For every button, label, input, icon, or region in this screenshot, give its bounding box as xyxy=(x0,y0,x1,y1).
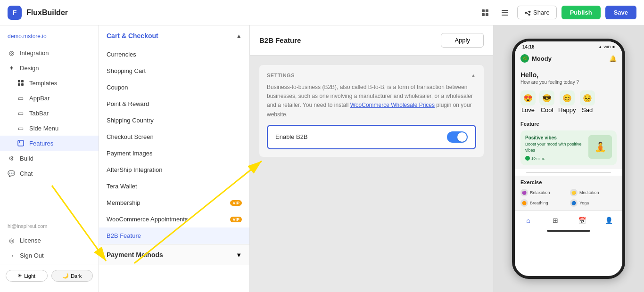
middle-panel: Cart & Checkout ▲ Currencies Shopping Ca… xyxy=(99,25,250,292)
sidebar-item-label: Build xyxy=(20,155,33,162)
menu-item-label: Shipping Country xyxy=(107,117,154,124)
content-header: B2B Feature Apply xyxy=(250,25,493,56)
sidebar-item-features[interactable]: Features xyxy=(0,136,99,151)
svg-rect-16 xyxy=(19,141,20,143)
phone-time: 14:16 xyxy=(522,44,535,49)
sidebar-url: demo.mstore.io xyxy=(0,31,99,45)
sidebar-item-label: TabBar xyxy=(29,110,49,117)
nav-home-icon[interactable]: ⌂ xyxy=(523,215,534,226)
topbar-right: Share Publish Save xyxy=(478,5,636,20)
logo-icon: F xyxy=(8,6,22,20)
menu-item-woo-appointments[interactable]: WooCommerce Appointments VIP xyxy=(99,211,249,227)
sidebar-item-design[interactable]: ✦ Design xyxy=(0,60,99,75)
phone-home-bar xyxy=(547,230,590,232)
license-icon: ◎ xyxy=(8,236,15,244)
sidebar-item-build[interactable]: ⚙ Build xyxy=(0,151,99,166)
time-dot xyxy=(525,156,530,161)
menu-item-shopping-cart[interactable]: Shopping Cart xyxy=(99,63,249,79)
topbar-left: F FluxBuilder xyxy=(8,6,68,20)
enable-b2b-row: Enable B2B xyxy=(267,125,476,149)
chat-icon: 💬 xyxy=(8,170,15,177)
theme-dark-button[interactable]: 🌙 Dark xyxy=(51,270,93,282)
app-leaf-icon: 🌿 xyxy=(520,54,529,63)
sidebar-item-integration[interactable]: ◎ Integration xyxy=(0,45,99,60)
sidebar-item-templates[interactable]: Templates xyxy=(0,75,99,90)
svg-rect-15 xyxy=(18,140,24,146)
exercise-label: Yoga xyxy=(579,201,589,205)
cart-checkout-header[interactable]: Cart & Checkout ▲ xyxy=(99,25,249,46)
sidebar-item-chat[interactable]: 💬 Chat xyxy=(0,166,99,181)
sidebar-item-sidemenu[interactable]: ▭ Side Menu xyxy=(0,121,99,136)
exercise-label: Relaxation xyxy=(530,190,550,195)
menu-item-label: Tera Wallet xyxy=(107,183,137,190)
menu-item-b2b-feature[interactable]: B2B Feature xyxy=(99,227,249,244)
payment-methods-title: Payment Methods xyxy=(107,251,163,259)
menu-item-payment-images[interactable]: Payment Images xyxy=(99,145,249,162)
menu-item-coupon[interactable]: Coupon xyxy=(99,79,249,96)
sidebar: demo.mstore.io ◎ Integration ✦ Design Te… xyxy=(0,25,99,292)
exercise-title: Exercise xyxy=(520,179,617,185)
payment-methods-header[interactable]: Payment Methods ▼ xyxy=(99,244,249,265)
save-button[interactable]: Save xyxy=(605,6,636,19)
emoji-item-cool: 😎 Cool xyxy=(539,90,554,114)
exercise-meditation: 🟡 Meditation xyxy=(570,189,617,196)
happy-emoji: 😊 xyxy=(560,90,575,105)
cool-emoji: 😎 xyxy=(539,90,554,105)
sidebar-item-tabbar[interactable]: ▭ TabBar xyxy=(0,105,99,121)
exercise-label: Breathing xyxy=(530,201,548,205)
enable-b2b-toggle[interactable] xyxy=(447,131,468,143)
feature-card-time: 10 mins xyxy=(525,156,586,161)
menu-item-label: WooCommerce Appointments xyxy=(107,216,188,223)
sidebar-item-label: Chat xyxy=(20,170,33,177)
nav-profile-icon[interactable]: 👤 xyxy=(603,215,615,226)
share-button[interactable]: Share xyxy=(517,6,557,19)
grid-view-button[interactable] xyxy=(478,5,493,20)
sidebar-item-label: Side Menu xyxy=(29,125,58,132)
sidebar-item-label: Features xyxy=(29,140,53,147)
svg-rect-6 xyxy=(502,15,508,16)
meditation-icon: 🟡 xyxy=(570,189,578,196)
svg-rect-5 xyxy=(502,12,508,13)
sad-emoji: 😣 xyxy=(580,90,595,105)
publish-button[interactable]: Publish xyxy=(561,6,601,19)
topbar: F FluxBuilder Share Publish Save xyxy=(0,0,644,25)
enable-b2b-label: Enable B2B xyxy=(275,133,308,140)
feature-card-title: Positive vibes xyxy=(525,135,586,140)
phone-app-name: 🌿 Moody xyxy=(520,54,552,63)
svg-rect-0 xyxy=(482,9,485,12)
menu-item-aftership[interactable]: AfterShip Integration xyxy=(99,162,249,178)
svg-rect-2 xyxy=(482,13,485,16)
menu-item-tera-wallet[interactable]: Tera Wallet xyxy=(99,178,249,195)
integration-icon: ◎ xyxy=(8,49,15,57)
sidebar-item-appbar[interactable]: ▭ AppBar xyxy=(0,90,99,105)
menu-item-label: AfterShip Integration xyxy=(107,166,163,173)
settings-description: Business-to-business (B2B), also called … xyxy=(267,83,476,119)
list-view-button[interactable] xyxy=(497,5,512,20)
light-label: Light xyxy=(24,273,35,279)
sidemenu-icon: ▭ xyxy=(17,124,25,132)
sidebar-item-label: AppBar xyxy=(29,95,50,102)
menu-item-point-reward[interactable]: Point & Reward xyxy=(99,96,249,112)
apply-button[interactable]: Apply xyxy=(441,33,484,48)
menu-item-currencies[interactable]: Currencies xyxy=(99,46,249,63)
nav-grid-icon[interactable]: ⊞ xyxy=(550,215,561,226)
relaxation-icon: 🟣 xyxy=(520,189,528,196)
phone-frame: 14:16 ▲WiFi■ 🌿 Moody 🔔 Hello, How are yo… xyxy=(512,39,625,279)
theme-light-button[interactable]: ☀ Light xyxy=(6,270,48,282)
sidebar-item-license[interactable]: ◎ License xyxy=(0,233,99,248)
breathing-icon: 🟠 xyxy=(520,199,528,207)
svg-rect-14 xyxy=(21,83,24,86)
time-text: 10 mins xyxy=(531,156,545,161)
menu-item-shipping-country[interactable]: Shipping Country xyxy=(99,112,249,129)
collapse-icon[interactable]: ▲ xyxy=(471,73,476,78)
sidebar-item-signout[interactable]: → Sign Out xyxy=(0,248,99,263)
emoji-item-sad: 😣 Sad xyxy=(580,90,595,114)
svg-rect-3 xyxy=(486,13,488,16)
nav-calendar-icon[interactable]: 📅 xyxy=(577,215,588,226)
woo-prices-link[interactable]: WooCommerce Wholesale Prices xyxy=(350,102,435,108)
menu-item-checkout-screen[interactable]: Checkout Screen xyxy=(99,129,249,145)
vip-badge-2: VIP xyxy=(230,217,242,222)
menu-item-membership[interactable]: Membership VIP xyxy=(99,195,249,211)
emoji-row: 😍 Love 😎 Cool 😊 Happy 😣 Sad xyxy=(515,87,622,117)
love-emoji: 😍 xyxy=(520,90,536,105)
